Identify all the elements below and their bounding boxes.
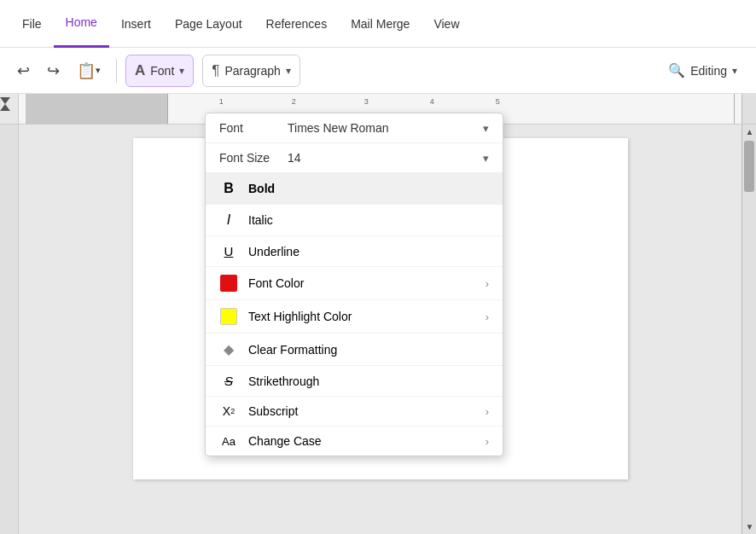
font-color-icon [219,275,238,292]
menu-item-home[interactable]: Home [54,0,109,48]
redo-button[interactable]: ↪ [40,56,67,85]
menu-item-references[interactable]: References [254,0,340,48]
font-group-label: Font [150,64,174,78]
highlight-color-icon [219,308,238,325]
change-case-menu-item[interactable]: Aa Change Case › [206,427,503,456]
bold-icon: B [219,181,238,196]
font-chevron-icon: ▾ [179,65,184,77]
menu-item-mail-merge[interactable]: Mail Merge [339,0,422,48]
font-color-label: Font Color [248,276,475,290]
search-icon: 🔍 [668,62,685,78]
eraser-icon: ◆ [219,341,238,357]
editing-group-label: Editing [690,64,727,78]
font-icon: A [135,62,145,79]
ruler-right-scroll [741,94,756,124]
ruler-bot-triangle [0,104,10,111]
font-group-button[interactable]: A Font ▾ [125,55,194,87]
scroll-down-button[interactable]: ▼ [742,519,756,534]
ruler-top-triangle [0,97,10,104]
clipboard-button[interactable]: 📋 ▾ [70,56,108,85]
highlight-color-box [220,308,237,325]
underline-icon: U [219,244,238,258]
clear-formatting-label: Clear Formatting [248,343,489,357]
subscript-label: Subscript [248,404,475,418]
font-family-row[interactable]: Font Times New Roman ▾ [206,113,503,143]
italic-menu-item[interactable]: I Italic [206,205,503,236]
toolbar: ↩ ↪ 📋 ▾ A Font ▾ ¶ Paragraph ▾ 🔍 Editing… [0,48,756,94]
menu-item-page-layout[interactable]: Page Layout [163,0,254,48]
change-case-icon: Aa [219,435,238,448]
font-size-value: 14 [288,151,483,165]
vertical-scrollbar[interactable]: ▲ ▼ [741,125,756,534]
font-family-chevron-icon: ▾ [483,122,489,135]
scroll-up-button[interactable]: ▲ [742,125,756,139]
font-size-row[interactable]: Font Size 14 ▾ [206,143,503,173]
highlight-color-label: Text Highlight Color [248,310,475,323]
strikethrough-label: Strikethrough [248,374,489,388]
font-color-chevron-icon: › [486,277,489,290]
paragraph-group-label: Paragraph [224,64,280,78]
clear-formatting-menu-item[interactable]: ◆ Clear Formatting [206,334,503,366]
scroll-track[interactable] [742,139,756,519]
bold-label: Bold [248,182,489,195]
vertical-ruler [0,125,19,534]
font-size-chevron-icon: ▾ [483,152,489,165]
font-family-value: Times New Roman [288,121,483,135]
ruler-left-gutter [0,94,19,124]
menu-item-view[interactable]: View [422,0,471,48]
editing-group-button[interactable]: 🔍 Editing ▾ [660,55,746,87]
strikethrough-icon: S [219,374,238,388]
editing-chevron-icon: ▾ [732,65,737,77]
subscript-chevron-icon: › [486,405,489,418]
scroll-thumb[interactable] [744,141,754,192]
italic-icon: I [219,212,238,228]
font-size-label: Font Size [219,151,288,165]
highlight-color-chevron-icon: › [486,311,489,323]
highlight-color-menu-item[interactable]: Text Highlight Color › [206,300,503,334]
subscript-menu-item[interactable]: X2 Subscript › [206,397,503,427]
subscript-icon: X2 [219,404,238,418]
change-case-label: Change Case [248,434,475,448]
menu-item-insert[interactable]: Insert [109,0,163,48]
font-color-menu-item[interactable]: Font Color › [206,267,503,300]
paragraph-icon: ¶ [212,62,219,79]
font-color-box [220,275,237,292]
underline-menu-item[interactable]: U Underline [206,236,503,267]
ruler-hourglass [0,97,10,111]
menu-item-file[interactable]: File [10,0,54,48]
change-case-chevron-icon: › [486,435,489,448]
underline-label: Underline [248,245,489,258]
font-family-label: Font [219,121,288,135]
paragraph-chevron-icon: ▾ [286,65,291,77]
toolbar-divider-1 [116,59,117,83]
undo-button[interactable]: ↩ [10,56,37,85]
strikethrough-menu-item[interactable]: S Strikethrough [206,366,503,397]
font-dropdown: Font Times New Roman ▾ Font Size 14 ▾ B … [205,113,503,456]
italic-label: Italic [248,213,489,227]
bold-menu-item[interactable]: B Bold [206,173,503,205]
paragraph-group-button[interactable]: ¶ Paragraph ▾ [202,55,300,87]
menu-bar: File Home Insert Page Layout References … [0,0,756,48]
